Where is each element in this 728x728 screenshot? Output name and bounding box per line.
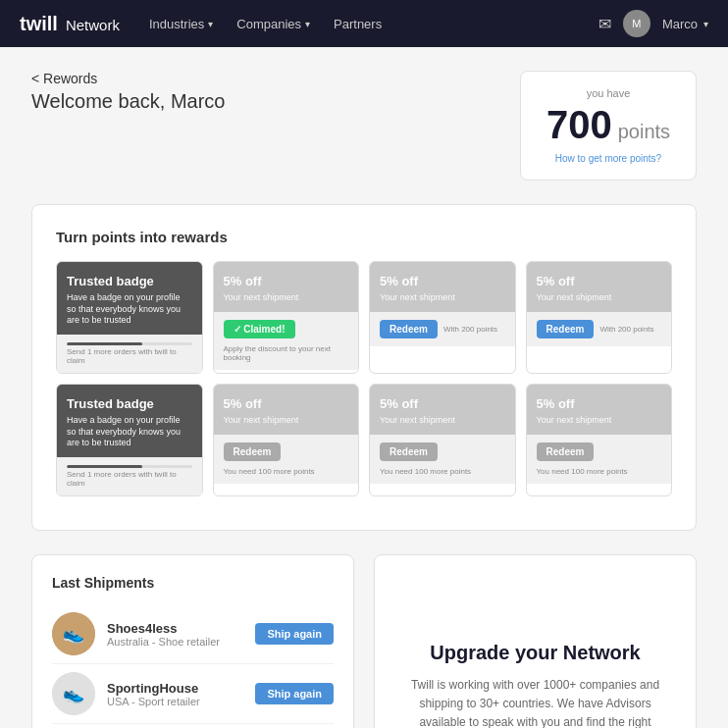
- shipment-avatar: 👟: [52, 612, 95, 655]
- points-needed-label: You need 100 more points: [537, 467, 628, 476]
- nav-companies[interactable]: Companies ▾: [236, 17, 310, 31]
- reward-card-title: 5% off: [537, 396, 662, 411]
- ship-again-button[interactable]: Ship again: [255, 683, 334, 704]
- navbar: twill Network by Maersk Industries ▾ Com…: [0, 0, 728, 47]
- upgrade-title: Upgrade your Network: [430, 642, 640, 664]
- redeem-button[interactable]: Redeem: [537, 320, 595, 338]
- nav-industries[interactable]: Industries ▾: [149, 17, 213, 31]
- svg-text:👟: 👟: [63, 683, 85, 704]
- back-button[interactable]: < Rewords: [31, 71, 225, 86]
- reward-grid-row2: Trusted badge Have a badge on your profi…: [56, 384, 672, 496]
- shipment-sub: USA - Sport retailer: [107, 696, 243, 707]
- chevron-down-icon: ▾: [703, 19, 708, 29]
- points-needed-label: You need 100 more points: [380, 467, 471, 476]
- progress-text: Send 1 more orders with twill to claim: [67, 347, 192, 365]
- redeem-button-disabled[interactable]: Redeem: [537, 442, 595, 461]
- mail-icon[interactable]: ✉: [598, 15, 611, 33]
- reward-grid-row1: Trusted badge Have a badge on your profi…: [56, 261, 672, 374]
- redeem-button-disabled[interactable]: Redeem: [224, 442, 282, 461]
- reward-card-discount-gray-2: 5% off Your next shipment Redeem You nee…: [369, 384, 516, 496]
- nav-right: ✉ M Marco ▾: [598, 10, 708, 37]
- shipment-sub: Australia - Shoe retailer: [107, 636, 243, 648]
- shipment-item: 👟 SportingHouse USA - Sport retailer Shi…: [52, 664, 334, 724]
- points-label: you have: [545, 87, 672, 99]
- points-needed-label: You need 100 more points: [224, 467, 315, 476]
- avatar: M: [623, 10, 650, 37]
- nav-partners[interactable]: Partners: [334, 17, 382, 31]
- reward-card-title: 5% off: [224, 274, 349, 288]
- nav-links: Industries ▾ Companies ▾ Partners: [149, 17, 598, 31]
- svg-text:👟: 👟: [63, 623, 85, 645]
- points-value: 700 points: [545, 103, 672, 147]
- reward-card-discount-gray-3: 5% off Your next shipment Redeem You nee…: [526, 384, 673, 496]
- reward-card-sub: Your next shipment: [224, 415, 349, 427]
- upgrade-section: Upgrade your Network Twill is working wi…: [374, 554, 697, 728]
- redeem-button-disabled[interactable]: Redeem: [380, 442, 438, 461]
- reward-card-title: Trusted badge: [67, 274, 192, 288]
- bottom-section: Last Shipments 👟 Shoes4less Australia - …: [31, 554, 697, 728]
- reward-card-discount-claimed: 5% off Your next shipment ✓ Claimed! App…: [213, 261, 360, 374]
- reward-progress: Send 1 more orders with twill to claim: [67, 342, 192, 365]
- reward-card-desc: Have a badge on your profile so that eve…: [67, 292, 192, 327]
- chevron-down-icon: ▾: [305, 19, 310, 29]
- reward-card-title: 5% off: [537, 274, 662, 288]
- reward-card-discount-redeem-1: 5% off Your next shipment Redeem With 20…: [369, 261, 516, 374]
- reward-card-title: 5% off: [224, 396, 349, 411]
- ship-again-button[interactable]: Ship again: [255, 623, 334, 645]
- logo-twill: twill: [20, 13, 58, 35]
- shipment-info: SportingHouse USA - Sport retailer: [107, 681, 243, 707]
- main-content: < Rewords Welcome back, Marco you have 7…: [0, 47, 728, 728]
- with-points-label: With 200 points: [599, 325, 653, 334]
- reward-card-trusted-1: Trusted badge Have a badge on your profi…: [56, 261, 203, 374]
- nav-user[interactable]: Marco ▾: [662, 17, 708, 31]
- shipment-info: Shoes4less Australia - Shoe retailer: [107, 621, 243, 648]
- reward-card-discount-gray-1: 5% off Your next shipment Redeem You nee…: [213, 384, 360, 496]
- rewards-title-block: < Rewords Welcome back, Marco: [31, 71, 225, 113]
- reward-card-desc: Have a badge on your profile so that eve…: [67, 415, 192, 449]
- welcome-message: Welcome back, Marco: [31, 90, 225, 113]
- shipment-item: 👤 Goods2China China - Importer company S…: [52, 724, 334, 728]
- reward-card-discount-redeem-2: 5% off Your next shipment Redeem With 20…: [526, 261, 673, 374]
- rewards-header: < Rewords Welcome back, Marco you have 7…: [31, 71, 697, 181]
- points-box: you have 700 points How to get more poin…: [520, 71, 697, 181]
- reward-card-sub: Your next shipment: [537, 292, 662, 304]
- chevron-down-icon: ▾: [208, 19, 213, 29]
- reward-card-sub: Your next shipment: [537, 415, 662, 427]
- shipment-item: 👟 Shoes4less Australia - Shoe retailer S…: [52, 604, 334, 664]
- redeem-button[interactable]: Redeem: [380, 320, 438, 338]
- nav-logo: twill Network by Maersk: [20, 13, 120, 35]
- apply-text: Apply the discount to your next booking: [224, 344, 349, 362]
- with-points-label: With 200 points: [443, 325, 497, 334]
- rewards-section: Turn points into rewards Trusted badge H…: [31, 204, 697, 531]
- shipment-name: Shoes4less: [107, 621, 243, 636]
- reward-card-sub: Your next shipment: [380, 415, 505, 427]
- points-link[interactable]: How to get more points?: [545, 153, 672, 164]
- points-number: 700: [546, 103, 612, 147]
- reward-card-trusted-2: Trusted badge Have a badge on your profi…: [56, 384, 203, 496]
- reward-card-sub: Your next shipment: [380, 292, 505, 304]
- shipment-avatar: 👟: [52, 672, 95, 715]
- shipment-name: SportingHouse: [107, 681, 243, 696]
- reward-card-title: 5% off: [380, 396, 505, 411]
- shipments-section: Last Shipments 👟 Shoes4less Australia - …: [31, 554, 354, 728]
- reward-card-title: Trusted badge: [67, 396, 192, 411]
- logo-network: Network: [66, 17, 120, 33]
- progress-text: Send 1 more orders with twill to claim: [67, 470, 192, 488]
- reward-card-sub: Your next shipment: [224, 292, 349, 304]
- reward-card-title: 5% off: [380, 274, 505, 288]
- claimed-button[interactable]: ✓ Claimed!: [224, 320, 295, 338]
- points-text: points: [618, 121, 670, 143]
- upgrade-desc: Twill is working with over 1000+ compani…: [408, 676, 663, 728]
- reward-progress: Send 1 more orders with twill to claim: [67, 465, 192, 488]
- shipments-title: Last Shipments: [52, 575, 334, 591]
- rewards-section-title: Turn points into rewards: [56, 229, 672, 245]
